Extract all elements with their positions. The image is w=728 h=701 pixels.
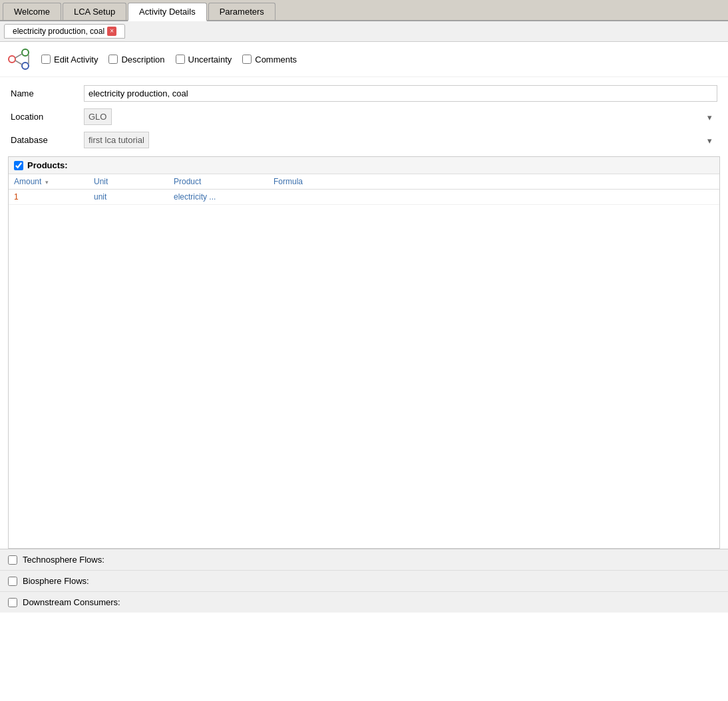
description-toggle[interactable]: Description — [108, 55, 164, 65]
technosphere-label: Technosphere Flows: — [23, 555, 104, 565]
products-table: Amount ▾ Unit Product Formula — [9, 174, 719, 205]
technosphere-checkbox[interactable] — [8, 555, 17, 565]
name-row: Name — [11, 85, 717, 102]
tab-lca-setup[interactable]: LCA Setup — [63, 3, 126, 20]
products-header: Products: — [9, 157, 719, 174]
location-select[interactable]: GLO — [84, 108, 112, 125]
toolbar: Edit Activity Description Uncertainty Co… — [0, 42, 728, 77]
svg-line-3 — [15, 54, 22, 58]
bottom-sections: Technosphere Flows: Biosphere Flows: Dow… — [0, 549, 728, 613]
tab-parameters[interactable]: Parameters — [208, 3, 275, 20]
edit-activity-toggle[interactable]: Edit Activity — [41, 55, 98, 65]
database-select[interactable]: first lca tutorial — [84, 132, 149, 148]
subtab-label: electricity production, coal × — [13, 27, 116, 36]
name-input[interactable] — [84, 85, 717, 102]
name-label: Name — [11, 88, 77, 98]
main-content: electricity production, coal × Edit Acti… — [0, 21, 728, 701]
location-row: Location GLO — [11, 108, 717, 125]
products-section: Products: Amount ▾ Unit — [8, 156, 720, 549]
downstream-row: Downstream Consumers: — [0, 592, 728, 613]
cell-formula — [268, 190, 719, 205]
biosphere-checkbox[interactable] — [8, 577, 17, 586]
tab-bar: Welcome LCA Setup Activity Details Param… — [0, 0, 728, 21]
col-unit[interactable]: Unit — [89, 174, 168, 190]
svg-point-2 — [22, 63, 29, 69]
lca-icon — [7, 47, 31, 71]
tab-welcome[interactable]: Welcome — [3, 3, 61, 20]
cell-unit: unit — [89, 190, 168, 205]
svg-point-1 — [22, 49, 29, 56]
biosphere-label: Biosphere Flows: — [23, 576, 89, 586]
cell-amount: 1 — [9, 190, 89, 205]
fields-section: Name Location GLO Database first lca tut… — [0, 77, 728, 156]
biosphere-row: Biosphere Flows: — [0, 571, 728, 592]
products-checkbox[interactable] — [14, 161, 23, 170]
subtab-title: electricity production, coal — [13, 27, 104, 36]
uncertainty-label: Uncertainty — [188, 55, 232, 65]
description-checkbox[interactable] — [108, 55, 118, 64]
comments-label: Comments — [255, 55, 297, 65]
edit-activity-label: Edit Activity — [54, 55, 98, 65]
downstream-checkbox[interactable] — [8, 598, 17, 607]
uncertainty-toggle[interactable]: Uncertainty — [176, 55, 232, 65]
tab-activity-details[interactable]: Activity Details — [128, 3, 207, 21]
svg-point-0 — [9, 56, 15, 63]
svg-line-4 — [15, 61, 22, 65]
comments-checkbox[interactable] — [242, 55, 252, 64]
table-header-row: Amount ▾ Unit Product Formula — [9, 174, 719, 190]
location-select-wrapper: GLO — [84, 108, 717, 125]
database-label: Database — [11, 135, 77, 145]
downstream-label: Downstream Consumers: — [23, 597, 120, 607]
location-label: Location — [11, 112, 77, 122]
database-select-wrapper: first lca tutorial — [84, 132, 717, 148]
comments-toggle[interactable]: Comments — [242, 55, 297, 65]
subtab-electricity[interactable]: electricity production, coal × — [4, 24, 125, 39]
sort-arrow-amount: ▾ — [45, 179, 49, 186]
description-label: Description — [121, 55, 164, 65]
products-area: Products: Amount ▾ Unit — [0, 156, 728, 549]
col-product[interactable]: Product — [168, 174, 268, 190]
table-row[interactable]: 1 unit electricity ... — [9, 190, 719, 205]
database-row: Database first lca tutorial — [11, 132, 717, 148]
subtab-bar: electricity production, coal × — [0, 21, 728, 42]
col-formula[interactable]: Formula — [268, 174, 719, 190]
products-table-container[interactable]: Amount ▾ Unit Product Formula — [9, 174, 719, 544]
products-label: Products: — [27, 160, 68, 170]
col-amount[interactable]: Amount ▾ — [9, 174, 89, 190]
technosphere-row: Technosphere Flows: — [0, 549, 728, 571]
uncertainty-checkbox[interactable] — [176, 55, 185, 64]
cell-product: electricity ... — [168, 190, 268, 205]
subtab-close-button[interactable]: × — [107, 27, 116, 36]
edit-activity-checkbox[interactable] — [41, 55, 51, 64]
